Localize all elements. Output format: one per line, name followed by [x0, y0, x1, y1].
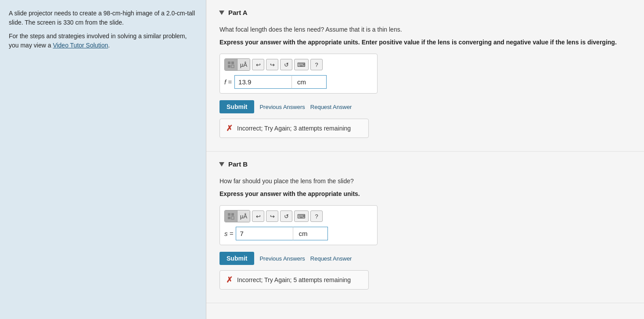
problem-text-2: For the steps and strategies involved in…	[9, 32, 197, 50]
part-b-icon-group: μÅ	[224, 210, 250, 222]
part-a-redo-btn[interactable]: ↪	[266, 59, 278, 70]
part-b-feedback-text: Incorrect; Try Again; 5 attempts remaini…	[237, 276, 351, 283]
part-a-icon-group: μÅ	[224, 58, 250, 71]
part-a-instruction: Express your answer with the appropriate…	[219, 38, 631, 47]
svg-rect-6	[228, 217, 230, 219]
part-b-instruction: Express your answer with the appropriate…	[219, 189, 631, 199]
part-b-reset-btn[interactable]: ↺	[280, 210, 292, 222]
svg-rect-5	[231, 213, 234, 216]
part-b-label: s =	[224, 230, 233, 237]
right-panel: Part A What focal length does the lens n…	[206, 0, 644, 319]
part-a-keyboard-btn[interactable]: ⌨	[294, 59, 309, 70]
part-b-section: Part B How far should you place the lens…	[206, 152, 644, 303]
part-b-title: Part B	[228, 160, 248, 168]
part-a-question: What focal length does the lens need? As…	[219, 25, 631, 34]
part-b-previous-answers-link[interactable]: Previous Answers	[259, 255, 305, 262]
part-a-feedback-text: Incorrect; Try Again; 3 attempts remaini…	[237, 125, 351, 132]
part-a-previous-answers-link[interactable]: Previous Answers	[259, 104, 305, 110]
part-a-section: Part A What focal length does the lens n…	[206, 0, 644, 152]
part-a-unit: cm	[291, 75, 327, 89]
part-a-triangle-icon	[219, 11, 224, 15]
part-b-help-btn[interactable]: ?	[310, 210, 323, 222]
part-a-toolbar: μÅ ↩ ↪ ↺ ⌨ ?	[224, 58, 373, 71]
svg-rect-4	[228, 213, 230, 216]
part-a-input-row: f = cm	[224, 75, 373, 89]
part-a-help-btn[interactable]: ?	[310, 59, 323, 70]
part-b-submit-btn[interactable]: Submit	[219, 252, 254, 265]
part-a-error-icon: ✗	[226, 123, 233, 133]
part-a-input[interactable]	[234, 75, 291, 89]
part-b-request-answer-link[interactable]: Request Answer	[310, 255, 352, 262]
part-b-redo-btn[interactable]: ↪	[266, 210, 278, 222]
part-a-undo-btn[interactable]: ↩	[252, 59, 264, 70]
svg-rect-7	[231, 217, 234, 219]
part-b-unit: cm	[293, 227, 328, 240]
part-a-request-answer-link[interactable]: Request Answer	[310, 104, 352, 110]
part-b-undo-btn[interactable]: ↩	[252, 210, 264, 222]
part-b-feedback: ✗ Incorrect; Try Again; 5 attempts remai…	[219, 270, 369, 290]
svg-rect-2	[228, 65, 230, 68]
part-b-keyboard-btn[interactable]: ⌨	[294, 210, 309, 222]
problem-text-1: A slide projector needs to create a 98-c…	[9, 9, 197, 27]
part-b-input[interactable]	[236, 227, 293, 240]
video-tutor-link[interactable]: Video Tutor Solution	[53, 42, 108, 49]
part-b-action-row: Submit Previous Answers Request Answer	[219, 252, 631, 265]
part-a-submit-btn[interactable]: Submit	[219, 100, 254, 113]
left-panel: A slide projector needs to create a 98-c…	[0, 0, 206, 319]
part-a-symbols-btn[interactable]: μÅ	[237, 59, 250, 70]
part-a-action-row: Submit Previous Answers Request Answer	[219, 100, 631, 113]
part-a-label: f =	[224, 78, 232, 86]
part-b-toolbar: μÅ ↩ ↪ ↺ ⌨ ?	[224, 210, 373, 222]
part-a-feedback: ✗ Incorrect; Try Again; 3 attempts remai…	[219, 119, 369, 138]
part-a-reset-btn[interactable]: ↺	[280, 59, 292, 70]
part-a-answer-box: μÅ ↩ ↪ ↺ ⌨ ? f = cm	[219, 54, 378, 94]
svg-rect-1	[231, 62, 234, 64]
svg-rect-0	[228, 62, 230, 64]
part-a-grid-btn[interactable]	[225, 59, 237, 70]
part-b-error-icon: ✗	[226, 275, 233, 285]
svg-rect-3	[231, 65, 234, 68]
part-b-input-row: s = cm	[224, 227, 373, 240]
part-b-answer-box: μÅ ↩ ↪ ↺ ⌨ ? s = cm	[219, 205, 378, 245]
part-b-header[interactable]: Part B	[219, 160, 631, 168]
part-b-triangle-icon	[219, 162, 224, 167]
part-b-grid-btn[interactable]	[225, 210, 237, 222]
part-a-header[interactable]: Part A	[219, 9, 631, 16]
part-b-symbols-btn[interactable]: μÅ	[237, 210, 250, 222]
part-b-question: How far should you place the lens from t…	[219, 177, 631, 186]
part-a-title: Part A	[228, 9, 248, 16]
